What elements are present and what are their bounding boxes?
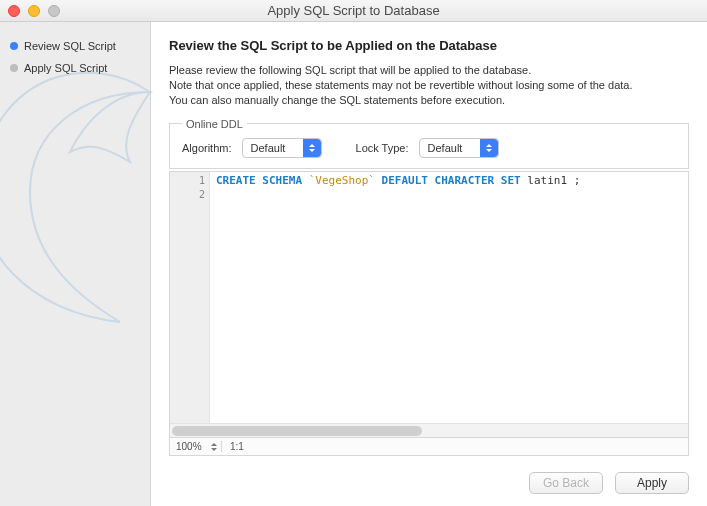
page-title: Review the SQL Script to be Applied on t…: [169, 38, 689, 53]
intro-line: Please review the following SQL script t…: [169, 63, 689, 78]
algorithm-label: Algorithm:: [182, 142, 232, 154]
step-dot-icon: [10, 42, 18, 50]
chevron-up-down-icon: [480, 139, 498, 157]
main-panel: Review the SQL Script to be Applied on t…: [150, 22, 707, 506]
footer-buttons: Go Back Apply: [529, 472, 689, 494]
sql-text: latin1 ;: [527, 174, 580, 187]
go-back-button: Go Back: [529, 472, 603, 494]
algorithm-value: Default: [251, 142, 286, 154]
titlebar: Apply SQL Script to Database: [0, 0, 707, 22]
online-ddl-legend: Online DDL: [182, 118, 247, 130]
intro-line: You can also manually change the SQL sta…: [169, 93, 689, 108]
online-ddl-group: Online DDL Algorithm: Default Lock Type:…: [169, 118, 689, 169]
window-title: Apply SQL Script to Database: [0, 3, 707, 18]
lock-type-value: Default: [428, 142, 463, 154]
line-number: 2: [170, 188, 205, 202]
sql-keyword: CREATE SCHEMA: [216, 174, 302, 187]
sidebar: Review SQL Script Apply SQL Script: [0, 22, 150, 506]
chevron-up-down-icon: [303, 139, 321, 157]
editor-statusbar: 100% 1:1: [170, 437, 688, 455]
horizontal-scrollbar[interactable]: [170, 423, 688, 437]
step-label: Review SQL Script: [24, 40, 116, 52]
line-number: 1: [170, 174, 205, 188]
step-apply: Apply SQL Script: [10, 62, 140, 74]
lock-type-select[interactable]: Default: [419, 138, 499, 158]
intro-text: Please review the following SQL script t…: [169, 63, 689, 108]
scrollbar-thumb[interactable]: [172, 426, 422, 436]
algorithm-select[interactable]: Default: [242, 138, 322, 158]
sql-editor: 1 2 CREATE SCHEMA `VegeShop` DEFAULT CHA…: [169, 171, 689, 456]
sql-string: `VegeShop`: [309, 174, 375, 187]
zoom-stepper[interactable]: [209, 442, 218, 452]
sql-keyword: DEFAULT CHARACTER SET: [382, 174, 521, 187]
step-dot-icon: [10, 64, 18, 72]
apply-button[interactable]: Apply: [615, 472, 689, 494]
zoom-control[interactable]: 100%: [170, 441, 222, 452]
lock-type-label: Lock Type:: [356, 142, 409, 154]
code-area[interactable]: CREATE SCHEMA `VegeShop` DEFAULT CHARACT…: [210, 172, 688, 423]
zoom-value: 100%: [176, 441, 202, 452]
step-label: Apply SQL Script: [24, 62, 107, 74]
chevron-down-icon[interactable]: [209, 447, 218, 452]
dolphin-logo: [0, 52, 170, 332]
ratio-label: 1:1: [222, 441, 688, 452]
line-gutter: 1 2: [170, 172, 210, 423]
step-review: Review SQL Script: [10, 40, 140, 52]
intro-line: Note that once applied, these statements…: [169, 78, 689, 93]
